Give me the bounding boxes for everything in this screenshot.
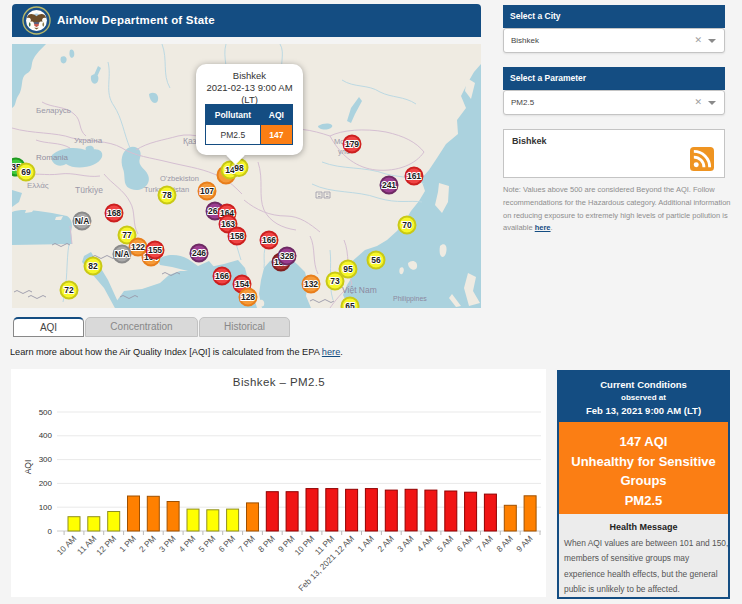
svg-text:179: 179 (345, 139, 359, 149)
svg-text:82: 82 (88, 261, 98, 271)
svg-text:Ελλάς: Ελλάς (27, 181, 49, 190)
svg-text:Romania: Romania (36, 153, 69, 162)
svg-text:100: 100 (39, 503, 53, 512)
svg-text:0: 0 (48, 527, 53, 536)
svg-text:73: 73 (330, 276, 340, 286)
svg-text:77: 77 (122, 230, 132, 240)
svg-text:500: 500 (39, 408, 53, 417)
svg-text:241: 241 (382, 180, 396, 190)
svg-text:122: 122 (131, 242, 145, 252)
svg-text:158: 158 (230, 231, 244, 241)
svg-text:Philippines: Philippines (393, 295, 427, 303)
svg-text:200: 200 (39, 479, 53, 488)
svg-text:65: 65 (345, 301, 355, 308)
svg-text:132: 132 (304, 279, 318, 289)
svg-text:N/A: N/A (75, 216, 90, 226)
svg-text:Беларусь: Беларусь (36, 106, 71, 115)
svg-text:AQI: AQI (23, 460, 33, 475)
svg-text:O'zbekiston: O'zbekiston (160, 174, 199, 183)
svg-text:N/A: N/A (115, 249, 130, 259)
svg-text:72: 72 (64, 285, 74, 295)
svg-text:Việt Nam: Việt Nam (342, 285, 377, 295)
svg-text:328: 328 (280, 251, 294, 261)
svg-text:166: 166 (215, 271, 229, 281)
svg-text:56: 56 (371, 255, 381, 265)
svg-text:168: 168 (107, 208, 121, 218)
svg-text:166: 166 (262, 235, 276, 245)
svg-text:246: 246 (192, 248, 206, 258)
svg-text:161: 161 (407, 171, 421, 181)
svg-text:78: 78 (162, 190, 172, 200)
svg-text:300: 300 (39, 455, 53, 464)
svg-text:Bishkek – PM2.5: Bishkek – PM2.5 (233, 376, 325, 388)
svg-text:155: 155 (148, 245, 162, 255)
svg-text:128: 128 (241, 292, 255, 302)
svg-text:Україна: Україна (74, 136, 103, 145)
svg-text:69: 69 (21, 167, 31, 177)
svg-text:400: 400 (39, 431, 53, 440)
svg-text:Türkiye: Türkiye (75, 185, 103, 195)
svg-text:107: 107 (200, 186, 214, 196)
svg-text:70: 70 (402, 220, 412, 230)
svg-text:95: 95 (343, 264, 353, 274)
